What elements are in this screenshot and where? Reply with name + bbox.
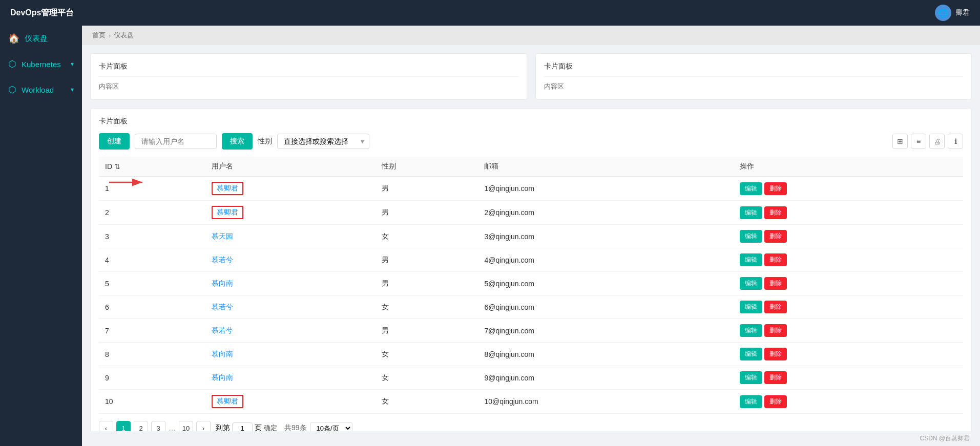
delete-button[interactable]: 删除 (764, 277, 787, 290)
edit-button[interactable]: 编辑 (740, 182, 762, 195)
column-settings-button[interactable]: ≡ (911, 134, 926, 149)
username-link[interactable]: 慕若兮 (212, 256, 233, 264)
confirm-button[interactable]: 确定 (264, 423, 277, 431)
toolbar: 创建 搜索 性别 直接选择或搜索选择 男 女 ⊞ ≡ 🖨 (99, 133, 963, 150)
edit-button[interactable]: 编辑 (740, 206, 762, 219)
main-area: 首页 › 仪表盘 卡片面板 内容区 卡片面板 内容区 卡片面板 (82, 26, 980, 446)
edit-button[interactable]: 编辑 (740, 230, 762, 243)
cell-username: 慕若兮 (205, 295, 376, 319)
kubernetes-icon: ⬡ (8, 58, 16, 70)
highlighted-username[interactable]: 慕卿君 (212, 182, 243, 195)
page-3-button[interactable]: 3 (151, 421, 165, 431)
sidebar-item-workload[interactable]: ⬡ Workload ▾ (0, 77, 82, 102)
header-user[interactable]: 🌐 卿君 (935, 5, 970, 21)
search-input[interactable] (135, 134, 217, 149)
highlighted-username[interactable]: 慕卿君 (212, 395, 243, 408)
delete-button[interactable]: 删除 (764, 371, 787, 384)
cell-username: 慕若兮 (205, 319, 376, 343)
cell-actions: 编辑删除 (734, 272, 963, 295)
per-page-select[interactable]: 10条/页 20条/页 50条/页 (310, 422, 352, 432)
cell-gender: 男 (376, 177, 478, 201)
username-link[interactable]: 慕若兮 (212, 303, 233, 311)
gender-select-wrap: 直接选择或搜索选择 男 女 (277, 134, 369, 149)
col-email: 邮箱 (478, 157, 734, 177)
username-link[interactable]: 慕若兮 (212, 326, 233, 334)
breadcrumb-current: 仪表盘 (114, 31, 134, 40)
sidebar-label-dashboard: 仪表盘 (25, 34, 48, 44)
cell-id: 10 (99, 390, 205, 414)
table-card: 卡片面板 创建 搜索 性别 直接选择或搜索选择 男 女 (90, 108, 972, 431)
cell-email: 7@qingjun.com (478, 319, 734, 343)
delete-button[interactable]: 删除 (764, 230, 787, 243)
delete-button[interactable]: 删除 (764, 182, 787, 195)
edit-button[interactable]: 编辑 (740, 277, 762, 290)
chevron-down-icon-workload: ▾ (71, 86, 74, 93)
delete-button[interactable]: 删除 (764, 324, 787, 337)
card-2-body: 内容区 (544, 82, 964, 91)
edit-button[interactable]: 编辑 (740, 371, 762, 384)
top-cards-row: 卡片面板 内容区 卡片面板 内容区 (90, 53, 972, 100)
edit-button[interactable]: 编辑 (740, 253, 762, 266)
col-id: ID ⇅ (99, 157, 205, 177)
cell-actions: 编辑删除 (734, 248, 963, 272)
sidebar-item-kubernetes[interactable]: ⬡ Kubernetes ▾ (0, 51, 82, 77)
search-button[interactable]: 搜索 (222, 133, 253, 150)
cell-actions: 编辑删除 (734, 177, 963, 201)
username-link[interactable]: 慕向南 (212, 350, 233, 358)
prev-page-button[interactable]: ‹ (99, 421, 113, 431)
cell-email: 9@qingjun.com (478, 366, 734, 390)
edit-button[interactable]: 编辑 (740, 395, 762, 408)
cell-gender: 男 (376, 201, 478, 225)
table-card-header: 卡片面板 (99, 117, 963, 126)
cell-id: 8 (99, 343, 205, 366)
cell-email: 3@qingjun.com (478, 225, 734, 248)
cell-id: 5 (99, 272, 205, 295)
cell-username: 慕天园 (205, 225, 376, 248)
sidebar-label-kubernetes: Kubernetes (22, 60, 61, 69)
delete-button[interactable]: 删除 (764, 395, 787, 408)
cell-email: 5@qingjun.com (478, 272, 734, 295)
page-1-button[interactable]: 1 (116, 421, 131, 431)
cell-email: 2@qingjun.com (478, 201, 734, 225)
home-icon: 🏠 (8, 33, 19, 44)
username-link[interactable]: 慕天园 (212, 232, 233, 240)
edit-button[interactable]: 编辑 (740, 301, 762, 313)
card-2-header: 卡片面板 (544, 62, 964, 77)
delete-button[interactable]: 删除 (764, 206, 787, 219)
grid-view-button[interactable]: ⊞ (892, 134, 908, 149)
cell-id: 4 (99, 248, 205, 272)
cell-gender: 女 (376, 225, 478, 248)
delete-button[interactable]: 删除 (764, 253, 787, 266)
delete-button[interactable]: 删除 (764, 301, 787, 313)
highlighted-username[interactable]: 慕卿君 (212, 206, 243, 219)
table-row: 5慕向南男5@qingjun.com编辑删除 (99, 272, 963, 295)
gender-select[interactable]: 直接选择或搜索选择 男 女 (277, 134, 369, 149)
create-button[interactable]: 创建 (99, 133, 130, 150)
edit-button[interactable]: 编辑 (740, 348, 762, 360)
cell-actions: 编辑删除 (734, 390, 963, 414)
cell-username: 慕若兮 (205, 248, 376, 272)
breadcrumb-home[interactable]: 首页 (92, 31, 106, 40)
cell-id: 7 (99, 319, 205, 343)
delete-button[interactable]: 删除 (764, 348, 787, 360)
cell-actions: 编辑删除 (734, 225, 963, 248)
cell-actions: 编辑删除 (734, 366, 963, 390)
cell-actions: 编辑删除 (734, 319, 963, 343)
table-row: 6慕若兮女6@qingjun.com编辑删除 (99, 295, 963, 319)
cell-username: 慕向南 (205, 272, 376, 295)
next-page-button[interactable]: › (196, 421, 211, 431)
page-10-button[interactable]: 10 (179, 421, 193, 431)
print-button[interactable]: 🖨 (929, 134, 945, 149)
cell-id: 6 (99, 295, 205, 319)
page-2-button[interactable]: 2 (134, 421, 148, 431)
card-1: 卡片面板 内容区 (90, 53, 527, 100)
sidebar-item-dashboard[interactable]: 🏠 仪表盘 (0, 26, 82, 51)
edit-button[interactable]: 编辑 (740, 324, 762, 337)
username-link[interactable]: 慕向南 (212, 373, 233, 381)
card-1-header: 卡片面板 (99, 62, 518, 77)
page-ellipsis: … (169, 424, 176, 431)
cell-actions: 编辑删除 (734, 343, 963, 366)
username-link[interactable]: 慕向南 (212, 279, 233, 287)
info-button[interactable]: ℹ (948, 134, 963, 149)
goto-input[interactable] (232, 422, 253, 432)
